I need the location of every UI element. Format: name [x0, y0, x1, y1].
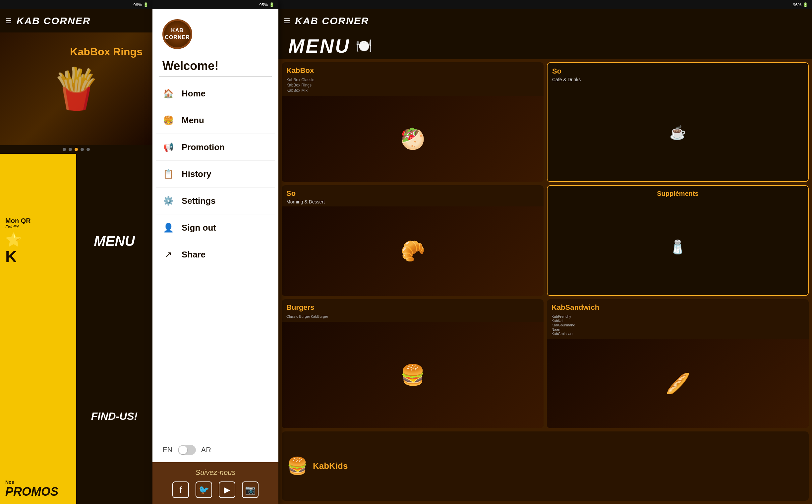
right-status-bar: 96% 🔋 [278, 0, 812, 9]
menu-card-supplements[interactable]: Suppléments [547, 185, 809, 296]
promo-qr[interactable]: Mon QR Fidelité ⭐ K [0, 154, 76, 329]
left-hamburger-icon[interactable]: ☰ [5, 17, 12, 25]
kabbox-sub-3: KabBox Mix [286, 88, 539, 93]
kabsandwich-sub-5: KabCroissant [551, 332, 804, 336]
kabbox-sub-1: KabBox Classic [286, 78, 539, 82]
drawer-signout-label: Sign out [182, 223, 216, 233]
cafe-title: So [548, 63, 808, 77]
lang-toggle[interactable] [178, 445, 196, 455]
promo-findus-label: Find-us! [91, 410, 138, 422]
promo-promos[interactable]: Nos PROMOS [0, 329, 76, 504]
left-battery: 96% [133, 2, 142, 7]
kabsandwich-sub-1: KabFrenchy [551, 314, 804, 318]
settings-icon: ⚙️ [162, 195, 174, 207]
drawer-panel: 95% 🔋 KABCORNER Welcome! 🏠 Home 🍔 Menu 📢… [152, 0, 278, 504]
facebook-icon[interactable]: f [172, 481, 189, 498]
drawer-home-label: Home [182, 88, 205, 99]
left-topbar: ☰ KAB CORNER [0, 9, 152, 32]
morning-subtitle: Morning & Dessert [282, 199, 544, 206]
drawer-share-label: Share [182, 250, 205, 260]
supplements-title: Suppléments [548, 186, 808, 199]
lang-ar-label: AR [201, 446, 211, 454]
drawer-footer: Suivez-nous f 🐦 ▶ 📷 [152, 462, 278, 504]
drawer-logo-text: KABCORNER [165, 27, 190, 41]
right-panel: 96% 🔋 ☰ KAB CORNER MENU 🍽️ KabBox KabBox… [278, 0, 812, 504]
drawer-menu-list: 🏠 Home 🍔 Menu 📢 Promotion 📋 History ⚙️ S… [152, 80, 278, 438]
youtube-icon[interactable]: ▶ [219, 481, 235, 498]
morning-image [282, 206, 544, 296]
promo-nos-label: Nos [5, 479, 14, 485]
drawer-divider [159, 76, 272, 77]
menu-card-burgers[interactable]: Burgers Classic Burger KabBurger [282, 299, 544, 428]
middle-status-bar: 95% 🔋 [152, 0, 278, 9]
lang-en-label: EN [162, 446, 173, 454]
menu-card-kabsandwich[interactable]: KabSandwich KabFrenchy KabKal KabGourman… [547, 299, 809, 428]
kabsandwich-sub-3: KabGourmand [551, 323, 804, 327]
kabbox-title: KabBox [282, 62, 544, 76]
left-app-title: KAB CORNER [17, 15, 90, 27]
twitter-icon[interactable]: 🐦 [196, 481, 212, 498]
signout-icon: 👤 [162, 222, 174, 234]
share-icon: ↗ [162, 249, 174, 260]
menu-banner-title: MENU [288, 35, 350, 57]
dot-2[interactable] [69, 148, 72, 151]
drawer-item-home[interactable]: 🏠 Home [156, 80, 275, 107]
social-icons-row: f 🐦 ▶ 📷 [172, 481, 259, 498]
promo-menu-label: MENU [94, 233, 135, 249]
menu-icon: 🍔 [162, 114, 174, 126]
right-topbar: ☰ KAB CORNER [278, 9, 812, 32]
cafe-subtitle: Café & Drinks [548, 77, 808, 84]
kabsandwich-subs: KabFrenchy KabKal KabGourmand Naan KabCr… [547, 313, 809, 339]
drawer-menu-label: Menu [182, 115, 204, 126]
drawer-item-settings[interactable]: ⚙️ Settings [156, 188, 275, 214]
drawer-promotion-label: Promotion [182, 142, 225, 152]
menu-content: KabBox KabBox Classic KabBox Rings KabBo… [278, 59, 812, 504]
kabsandwich-sub-4: Naan [551, 327, 804, 331]
dot-1[interactable] [63, 148, 66, 151]
drawer-logo-area: KABCORNER [152, 9, 278, 56]
hero-product-label: KabBox Rings [70, 46, 143, 58]
drawer-lang-row: EN AR [152, 438, 278, 462]
kabsandwich-title: KabSandwich [547, 299, 809, 313]
drawer-history-label: History [182, 169, 211, 179]
instagram-icon[interactable]: 📷 [242, 481, 259, 498]
menu-card-kabkids[interactable]: 🍔 KabKids [282, 431, 809, 501]
burgers-sub-1: Classic Burger [286, 314, 310, 318]
kabbox-subs: KabBox Classic KabBox Rings KabBox Mix [282, 76, 544, 96]
dot-5[interactable] [87, 148, 90, 151]
left-status-bar: 96% 🔋 [0, 0, 152, 9]
middle-battery: 95% [259, 2, 268, 7]
promo-grid: Mon QR Fidelité ⭐ K MENU Nos PROMOS Find… [0, 154, 152, 504]
promo-k-letter: K [5, 248, 17, 266]
menu-card-kabbox[interactable]: KabBox KabBox Classic KabBox Rings KabBo… [282, 62, 544, 182]
promotion-icon: 📢 [162, 141, 174, 153]
promo-findus[interactable]: Find-us! [76, 329, 152, 504]
drawer-welcome-text: Welcome! [152, 56, 278, 76]
menu-card-cafe[interactable]: So Café & Drinks [547, 62, 809, 182]
cafe-image [548, 84, 808, 181]
drawer-item-signout[interactable]: 👤 Sign out [156, 214, 275, 241]
burgers-image [282, 322, 544, 428]
kabkids-title: KabKids [313, 461, 348, 471]
promo-qr-icon: ⭐ [5, 232, 22, 248]
promo-menu[interactable]: MENU [76, 154, 152, 329]
right-battery: 96% [793, 2, 801, 7]
drawer-logo: KABCORNER [162, 19, 192, 49]
history-icon: 📋 [162, 168, 174, 180]
drawer-item-history[interactable]: 📋 History [156, 161, 275, 188]
drawer-item-promotion[interactable]: 📢 Promotion [156, 134, 275, 161]
drawer-item-share[interactable]: ↗ Share [156, 241, 275, 268]
kabbox-image [282, 96, 544, 182]
drawer-settings-label: Settings [182, 196, 216, 206]
kabsandwich-sub-2: KabKal [551, 319, 804, 323]
menu-card-morning[interactable]: So Morning & Dessert [282, 185, 544, 296]
right-hamburger-icon[interactable]: ☰ [284, 17, 290, 25]
dot-4[interactable] [81, 148, 84, 151]
carousel-dots [0, 145, 152, 154]
morning-title: So [282, 185, 544, 199]
promo-promos-label: PROMOS [5, 485, 58, 499]
left-panel: 96% 🔋 ☰ KAB CORNER KabBox Rings Mon QR F… [0, 0, 152, 504]
dot-3-active[interactable] [75, 148, 78, 151]
right-app-title: KAB CORNER [295, 15, 369, 27]
drawer-item-menu[interactable]: 🍔 Menu [156, 107, 275, 134]
